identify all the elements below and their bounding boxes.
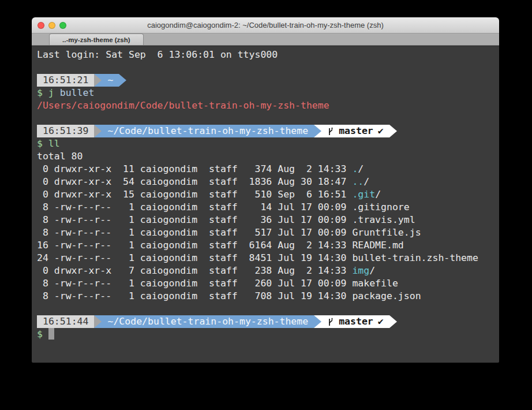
separator-arrow-icon: [94, 74, 102, 87]
prompt-path-segment: ~: [102, 74, 119, 87]
ls-row: 8 -rw-r--r-- 1 caiogondim staff 517 Jul …: [37, 226, 494, 239]
command-line: $ll: [37, 137, 494, 150]
last-login-line: Last login: Sat Sep 6 13:06:01 on ttys00…: [37, 49, 494, 61]
dir-name: .: [352, 163, 358, 174]
command-line: $jbullet: [37, 87, 494, 99]
output-line: /Users/caiogondim/Code/bullet-train-oh-m…: [37, 99, 494, 112]
prompt-git-segment: master✔: [321, 125, 389, 137]
separator-arrow-icon: [119, 74, 126, 87]
prompt-line: 16:51:21 ~: [37, 74, 494, 87]
git-branch-icon: [327, 317, 334, 327]
blank-line: [37, 112, 494, 125]
prompt-path-segment: ~/Code/bullet-train-oh-my-zsh-theme: [102, 125, 314, 137]
separator-arrow-icon: [314, 125, 321, 137]
traffic-lights: [38, 17, 66, 33]
git-branch-label: master: [339, 125, 373, 137]
file-name: bullet-train.zsh-theme: [352, 252, 478, 263]
prompt-line: 16:51:39 ~/Code/bullet-train-oh-my-zsh-t…: [37, 125, 494, 137]
terminal-screen[interactable]: Last login: Sat Sep 6 13:06:01 on ttys00…: [32, 46, 499, 363]
prompt-line: 16:51:44 ~/Code/bullet-train-oh-my-zsh-t…: [37, 315, 494, 328]
prompt-char: $: [37, 138, 43, 149]
close-button[interactable]: [38, 22, 44, 29]
ls-row: 0 drwxr-xr-x 15 caiogondim staff 510 Sep…: [37, 188, 494, 201]
ls-row: 8 -rw-r--r-- 1 caiogondim staff 260 Jul …: [37, 277, 494, 290]
git-branch-label: master: [339, 315, 373, 328]
zoom-button[interactable]: [59, 22, 66, 29]
blank-line: [37, 61, 494, 74]
terminal-tab[interactable]: ..-my-zsh-theme (zsh): [49, 33, 144, 45]
file-name: README.md: [352, 240, 403, 251]
check-icon: ✔: [378, 125, 384, 137]
prompt-git-segment: master✔: [321, 315, 389, 328]
title-bar[interactable]: caiogondim@caiogondim-2: ~/Code/bullet-t…: [32, 17, 499, 33]
separator-arrow-icon: [314, 315, 321, 328]
file-name: package.json: [352, 290, 421, 301]
tab-bar: ..-my-zsh-theme (zsh): [32, 33, 499, 46]
ls-row: 8 -rw-r--r-- 1 caiogondim staff 36 Jul 1…: [37, 214, 494, 226]
ls-total-line: total 80: [37, 150, 494, 163]
separator-arrow-icon: [94, 125, 102, 137]
separator-arrow-icon: [389, 315, 397, 328]
ls-row: 0 drwxr-xr-x 7 caiogondim staff 238 Aug …: [37, 264, 494, 277]
ls-row: 8 -rw-r--r-- 1 caiogondim staff 708 Jul …: [37, 290, 494, 303]
dir-name: .git: [352, 189, 375, 200]
command-text: ll: [48, 138, 60, 149]
prompt-time-segment: 16:51:21: [37, 74, 94, 87]
command-argument: bullet: [60, 87, 95, 98]
prompt-time-segment: 16:51:44: [37, 315, 94, 328]
prompt-char: $: [37, 329, 43, 340]
file-name: Gruntfile.js: [352, 227, 421, 238]
separator-arrow-icon: [389, 125, 397, 137]
command-line: $: [37, 328, 494, 341]
cursor-block: [48, 328, 54, 340]
ls-row: 0 drwxr-xr-x 11 caiogondim staff 374 Aug…: [37, 163, 494, 176]
ls-row: 8 -rw-r--r-- 1 caiogondim staff 14 Jul 1…: [37, 201, 494, 214]
check-icon: ✔: [378, 315, 384, 328]
file-name: .gitignore: [352, 202, 409, 213]
separator-arrow-icon: [94, 315, 102, 328]
dir-name: img: [352, 265, 369, 276]
ls-row: 16 -rw-r--r-- 1 caiogondim staff 6164 Au…: [37, 239, 494, 252]
command-text: j: [48, 87, 54, 98]
tab-label: ..-my-zsh-theme (zsh): [62, 36, 130, 43]
dir-name: ..: [352, 176, 364, 187]
blank-line: [37, 303, 494, 315]
file-name: makefile: [352, 278, 398, 289]
file-name: .travis.yml: [352, 214, 415, 225]
prompt-time-segment: 16:51:39: [37, 125, 94, 137]
git-branch-icon: [327, 126, 334, 136]
terminal-window: caiogondim@caiogondim-2: ~/Code/bullet-t…: [32, 17, 499, 363]
prompt-path-segment: ~/Code/bullet-train-oh-my-zsh-theme: [102, 315, 314, 328]
ls-row: 0 drwxr-xr-x 54 caiogondim staff 1836 Au…: [37, 176, 494, 188]
window-title: caiogondim@caiogondim-2: ~/Code/bullet-t…: [147, 21, 384, 29]
prompt-char: $: [37, 87, 43, 98]
ls-row: 24 -rw-r--r-- 1 caiogondim staff 8451 Ju…: [37, 252, 494, 264]
minimize-button[interactable]: [48, 22, 55, 29]
